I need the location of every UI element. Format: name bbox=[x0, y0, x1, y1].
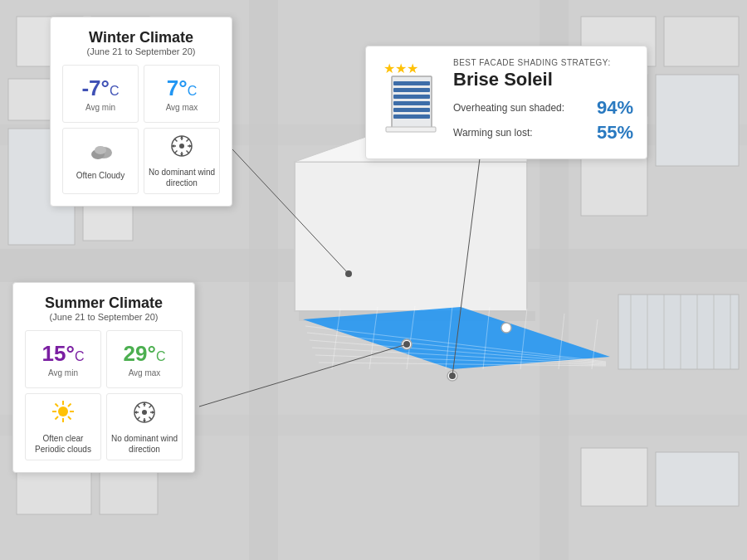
overheating-label: Overheating sun shaded: bbox=[453, 102, 564, 114]
winter-climate-card: Winter Climate (June 21 to September 20)… bbox=[50, 17, 232, 207]
summer-max-temp-cell: 29° C Avg max bbox=[106, 330, 183, 388]
svg-rect-101 bbox=[393, 101, 430, 105]
svg-rect-102 bbox=[393, 108, 430, 112]
warming-label: Warming sun lost: bbox=[453, 127, 533, 139]
overheating-value: 94% bbox=[597, 97, 633, 119]
svg-line-81 bbox=[56, 416, 59, 420]
summer-min-label: Avg min bbox=[48, 368, 78, 377]
svg-rect-99 bbox=[393, 88, 430, 92]
facade-info: BEST FACADE SHADING STRATEGY: Brise Sole… bbox=[453, 58, 633, 147]
svg-point-51 bbox=[345, 270, 352, 277]
winter-card-title: Winter Climate bbox=[62, 29, 220, 46]
facade-strategy-label: BEST FACADE SHADING STRATEGY: bbox=[453, 58, 633, 67]
summer-max-temp-value: 29° C bbox=[124, 341, 166, 367]
facade-strategy-title: Brise Soleil bbox=[453, 69, 633, 90]
svg-rect-28 bbox=[656, 452, 739, 506]
svg-point-53 bbox=[403, 341, 410, 348]
svg-line-87 bbox=[137, 405, 140, 408]
svg-line-88 bbox=[149, 416, 153, 420]
sun-icon bbox=[51, 399, 76, 430]
svg-line-64 bbox=[174, 139, 178, 142]
wind-icon bbox=[169, 134, 194, 163]
svg-point-91 bbox=[142, 410, 147, 415]
overheating-stat: Overheating sun shaded: 94% bbox=[453, 97, 633, 119]
summer-cloud-cell: Often clear Periodic clouds bbox=[25, 393, 101, 460]
winter-wind-label: No dominant wind direction bbox=[148, 167, 216, 188]
svg-point-68 bbox=[179, 144, 184, 149]
winter-wind-cell: No dominant wind direction bbox=[144, 128, 220, 194]
summer-climate-card: Summer Climate (June 21 to September 20)… bbox=[12, 282, 195, 473]
svg-line-78 bbox=[56, 404, 59, 407]
svg-text:★★★: ★★★ bbox=[383, 61, 418, 75]
svg-line-66 bbox=[187, 139, 190, 142]
svg-rect-29 bbox=[295, 162, 527, 311]
svg-rect-15 bbox=[656, 75, 739, 166]
summer-wind-cell: No dominant wind direction bbox=[106, 393, 183, 460]
summer-min-temp-value: 15° C bbox=[42, 341, 85, 367]
svg-point-73 bbox=[58, 407, 68, 416]
svg-point-58 bbox=[95, 146, 106, 154]
svg-point-49 bbox=[501, 323, 511, 333]
cloud-icon bbox=[87, 141, 114, 167]
svg-rect-100 bbox=[393, 95, 430, 99]
svg-line-65 bbox=[187, 151, 190, 154]
svg-rect-2 bbox=[249, 0, 278, 560]
svg-rect-104 bbox=[386, 127, 436, 132]
summer-card-subtitle: (June 21 to September 20) bbox=[25, 312, 183, 322]
warming-value: 55% bbox=[597, 122, 633, 144]
winter-min-temp-value: -7° C bbox=[81, 75, 119, 101]
summer-wind-icon bbox=[132, 400, 157, 430]
winter-cloud-label: Often Cloudy bbox=[76, 170, 124, 181]
winter-max-temp-cell: 7° C Avg max bbox=[144, 65, 220, 123]
svg-rect-17 bbox=[618, 295, 739, 369]
svg-rect-98 bbox=[393, 81, 430, 85]
winter-cloud-cell: Often Cloudy bbox=[62, 128, 139, 194]
svg-rect-103 bbox=[393, 114, 430, 119]
winter-max-label: Avg max bbox=[166, 103, 198, 112]
svg-point-55 bbox=[449, 373, 456, 379]
warming-stat: Warming sun lost: 55% bbox=[453, 122, 633, 144]
brise-device-image: ★★★ bbox=[379, 58, 442, 129]
summer-card-title: Summer Climate bbox=[25, 295, 183, 312]
summer-card-grid: 15° C Avg min 29° C Avg max bbox=[25, 330, 183, 460]
svg-rect-13 bbox=[664, 17, 739, 66]
winter-min-label: Avg min bbox=[85, 103, 115, 112]
winter-card-grid: -7° C Avg min 7° C Avg max Often Cloudy bbox=[62, 65, 220, 194]
svg-rect-27 bbox=[581, 448, 647, 506]
winter-max-temp-value: 7° C bbox=[167, 75, 197, 101]
svg-line-80 bbox=[68, 404, 71, 407]
winter-card-subtitle: (June 21 to September 20) bbox=[62, 46, 220, 56]
summer-wind-label: No dominant wind direction bbox=[110, 433, 178, 455]
svg-line-89 bbox=[149, 405, 153, 408]
svg-line-79 bbox=[68, 416, 71, 420]
svg-line-90 bbox=[137, 416, 140, 420]
summer-max-label: Avg max bbox=[129, 368, 161, 377]
summer-min-temp-cell: 15° C Avg min bbox=[25, 330, 101, 388]
svg-line-67 bbox=[174, 151, 178, 154]
winter-min-temp-cell: -7° C Avg min bbox=[62, 65, 139, 123]
summer-cloud-label: Often clear Periodic clouds bbox=[29, 433, 97, 455]
facade-shading-card: ★★★ BEST FACADE SHADING STRATEGY: Brise … bbox=[365, 46, 647, 159]
